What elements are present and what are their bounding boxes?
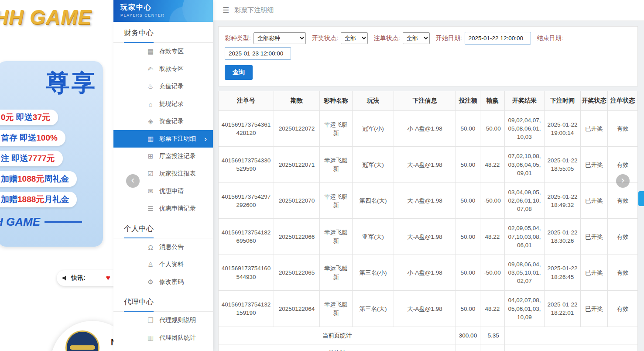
- bet-status-select[interactable]: 全部: [403, 32, 430, 44]
- cell-winloss: 48.22: [480, 291, 505, 327]
- cell-period: 20250122071: [274, 147, 320, 182]
- sidebar-item-message-announcement[interactable]: Ω消息公告: [113, 238, 213, 256]
- news-ticker: 快讯: ♥: [57, 270, 113, 286]
- cell-lottery: 幸运飞艇新: [320, 182, 353, 218]
- cell-period: 20250122066: [274, 219, 320, 255]
- sidebar-item-label: 代理团队统计: [159, 334, 196, 342]
- cell-play: 亚军(大): [353, 219, 394, 255]
- sidebar-item-agent-rules[interactable]: ❐代理规则说明: [113, 312, 213, 329]
- table-row: 40156917375418269506020250122066幸运飞艇新亚军(…: [219, 219, 638, 255]
- column-header: 开奖状态: [581, 91, 608, 111]
- cell-time: 2025-01-22 18:22:01: [545, 291, 581, 327]
- cell-draw_status: 已开奖: [581, 255, 608, 290]
- cell-play: 第三名(大): [353, 291, 394, 327]
- funds-record-icon: ◈: [147, 117, 154, 125]
- cell-result: 07,02,10,08,03,06,04,05,09,01: [505, 147, 545, 182]
- query-button[interactable]: 查询: [225, 65, 253, 80]
- floating-service-button[interactable]: [638, 191, 644, 206]
- sidebar-item-label: 厅室投注记录: [159, 152, 196, 160]
- cell-draw_status: 已开奖: [581, 291, 608, 327]
- sidebar-item-lottery-bet-detail[interactable]: ▦彩票下注明细›: [113, 130, 213, 148]
- promo-pill: 注 即送7777元: [0, 151, 63, 166]
- lottery-type-label: 彩种类型:: [225, 34, 251, 42]
- table-row: 40156917375436142812020250122072幸运飞艇新冠军(…: [219, 111, 638, 147]
- team-badge: NE: [51, 321, 113, 351]
- sidebar-item-label: 充值记录: [159, 83, 184, 90]
- cell-bet_status: 有效: [608, 255, 638, 290]
- column-header: 注单号: [219, 91, 274, 111]
- lottery-type-select[interactable]: 全部彩种: [253, 32, 306, 44]
- sidebar-item-label: 消息公告: [159, 243, 184, 251]
- cell-info: 小-A盘@1.98: [394, 255, 456, 290]
- promo-pill: 0元 即送37元: [0, 110, 58, 125]
- cell-time: 2025-01-22 19:00:14: [545, 111, 581, 147]
- cell-period: 20250122070: [274, 182, 320, 218]
- carousel-next-button[interactable]: ›: [616, 174, 630, 188]
- summary-label: 总统计: [219, 344, 456, 351]
- site-logo: HH GAME: [0, 5, 92, 29]
- column-header: 开奖结果: [505, 91, 545, 111]
- speaker-icon: [62, 275, 68, 281]
- cell-amount: 50.00: [456, 255, 480, 290]
- main-content: ☰ 彩票下注明细 彩种类型: 全部彩种 开奖状态: 全部 注单状态: 全部 开始…: [213, 0, 644, 351]
- cell-bet_status: 有效: [608, 219, 638, 255]
- cell-bet_status: 有效: [608, 111, 638, 147]
- sidebar-section-title: 财务中心: [113, 22, 213, 43]
- cell-amount: 50.00: [456, 291, 480, 327]
- sidebar-item-profile[interactable]: ♙个人资料: [113, 256, 213, 273]
- cell-lottery: 幸运飞艇新: [320, 219, 353, 255]
- sidebar-item-label: 资金记录: [159, 117, 184, 125]
- cell-draw_status: 已开奖: [581, 147, 608, 182]
- screen: HH GAME 尊享 0元 即送37元首存 即送100%注 即送7777元加赠1…: [0, 0, 644, 351]
- sidebar-item-promo-apply-record[interactable]: ☰优惠申请记录: [113, 200, 213, 217]
- draw-status-select[interactable]: 全部: [341, 32, 368, 44]
- cell-bet_no: 401569173754160544930: [219, 255, 274, 290]
- carousel-prev-button[interactable]: ‹: [126, 174, 140, 188]
- sidebar-item-change-password[interactable]: ⚙修改密码: [113, 273, 213, 291]
- end-date-input[interactable]: [225, 47, 291, 60]
- cell-lottery: 幸运飞艇新: [320, 291, 353, 327]
- chevron-right-icon: ›: [204, 134, 207, 144]
- sidebar-item-hall-bet-record[interactable]: ⊞厅室投注记录: [113, 148, 213, 165]
- promo-apply-record-icon: ☰: [147, 205, 154, 213]
- table-row: 40156917375429729260020250122070幸运飞艇新第四名…: [219, 182, 638, 218]
- sidebar-item-withdraw[interactable]: ✍取款专区: [113, 60, 213, 78]
- cell-draw_status: 已开奖: [581, 182, 608, 218]
- column-header: 彩种名称: [320, 91, 353, 111]
- cell-lottery: 幸运飞艇新: [320, 147, 353, 182]
- cell-bet_no: 401569173754132159190: [219, 291, 274, 327]
- lottery-bet-detail-icon: ▦: [147, 135, 154, 143]
- sidebar-item-label: 优惠申请记录: [159, 205, 196, 213]
- bet-table-card: 注单号期数彩种名称玩法下注信息投注额输赢开奖结果下注时间开奖状态注单状态 401…: [218, 91, 638, 351]
- sidebar-item-recharge-record[interactable]: ♨充值记录: [113, 78, 213, 95]
- sidebar-item-label: 个人资料: [159, 261, 184, 268]
- cell-result: 09,08,06,04,03,05,10,01,02,07: [505, 255, 545, 290]
- sidebar-section-title: 代理中心: [113, 291, 213, 312]
- team-logo-icon: [65, 330, 99, 351]
- sidebar-item-label: 修改密码: [159, 278, 184, 286]
- agent-rules-icon: ❐: [147, 317, 154, 324]
- heart-icon: ♥: [106, 274, 110, 282]
- table-row: 40156917375416054493020250122065幸运飞艇新第三名…: [219, 255, 638, 290]
- start-date-input[interactable]: [465, 32, 531, 45]
- menu-toggle-icon[interactable]: ☰: [223, 6, 229, 15]
- sidebar-item-deposit[interactable]: ▤存款专区: [113, 43, 213, 60]
- sidebar-item-funds-record[interactable]: ◈资金记录: [113, 113, 213, 130]
- sidebar-item-agent-team-stats[interactable]: ▥代理团队统计: [113, 329, 213, 347]
- cell-play: 第四名(大): [353, 182, 394, 218]
- cell-info: 大-A盘@1.98: [394, 291, 456, 327]
- sidebar-item-label: 存款专区: [159, 48, 184, 55]
- column-header: 输赢: [480, 91, 505, 111]
- promo-title: 尊享: [0, 61, 103, 99]
- column-header: 期数: [274, 91, 320, 111]
- filter-panel: 彩种类型: 全部彩种 开奖状态: 全部 注单状态: 全部 开始日期: 结束日期:…: [218, 26, 638, 86]
- promo-apply-icon: ✉: [147, 187, 154, 195]
- sidebar-item-withdrawal-record[interactable]: ⌂提现记录: [113, 95, 213, 113]
- bet-table: 注单号期数彩种名称玩法下注信息投注额输赢开奖结果下注时间开奖状态注单状态 401…: [218, 91, 638, 351]
- withdraw-icon: ✍: [147, 65, 154, 73]
- cell-result: 09,02,04,07,05,08,06,01,10,03: [505, 111, 545, 147]
- cell-period: 20250122072: [274, 111, 320, 147]
- sidebar-header: 玩家中心 PLAYERS CENTER: [113, 0, 213, 22]
- summary-empty: [505, 327, 638, 344]
- player-bet-report-icon: ☑: [147, 170, 154, 178]
